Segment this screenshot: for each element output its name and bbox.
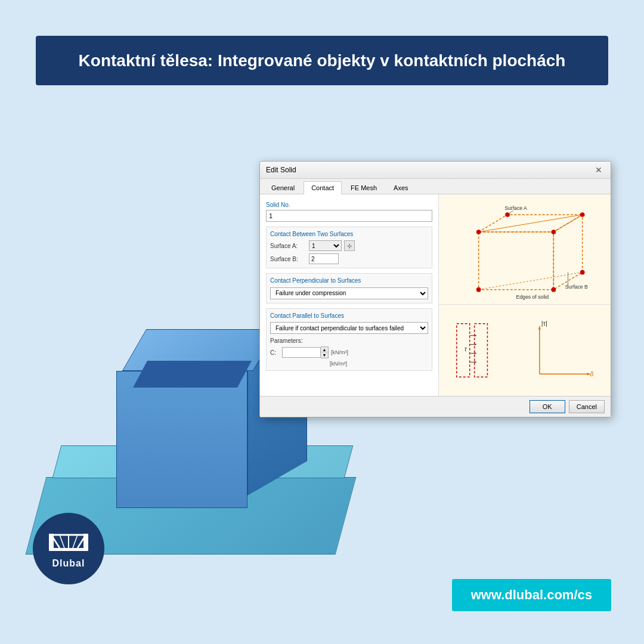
c-spin-up-1[interactable]: ▲ bbox=[321, 347, 328, 352]
close-button[interactable]: ✕ bbox=[593, 165, 605, 175]
cube-inner bbox=[133, 361, 252, 388]
cancel-button[interactable]: Cancel bbox=[569, 400, 605, 413]
tab-general[interactable]: General bbox=[264, 181, 302, 194]
dialog-title: Edit Solid bbox=[266, 166, 296, 174]
dialog-titlebar: Edit Solid ✕ bbox=[260, 162, 611, 179]
svg-point-7 bbox=[551, 230, 556, 234]
edit-solid-dialog: Edit Solid ✕ General Contact FE Mesh Axe… bbox=[259, 161, 611, 417]
svg-point-6 bbox=[476, 230, 481, 234]
contact-between-label: Contact Between Two Surfaces bbox=[270, 231, 428, 237]
dlubal-logo: Dlubal bbox=[33, 513, 104, 584]
diagram-lower-svg: τ δ |τ| bbox=[442, 308, 608, 393]
c-label: C: bbox=[270, 349, 282, 356]
contact-perp-select[interactable]: Failure under compression Full Failure u… bbox=[270, 287, 428, 299]
surface-b-input[interactable] bbox=[309, 253, 339, 264]
title-banner: Kontaktní tělesa: Integrované objekty v … bbox=[36, 36, 608, 85]
contact-between-section: Contact Between Two Surfaces Surface A: … bbox=[266, 227, 432, 268]
surface-b-row: Surface B: bbox=[270, 253, 428, 264]
svg-point-12 bbox=[580, 270, 585, 275]
website-url: www.dlubal.com/cs bbox=[471, 587, 592, 602]
diagram-lower: τ δ |τ| bbox=[439, 305, 611, 396]
svg-text:|τ|: |τ| bbox=[541, 320, 547, 327]
dialog-footer: OK Cancel bbox=[260, 396, 611, 417]
surface-b-label: Surface B: bbox=[270, 256, 309, 262]
website-banner[interactable]: www.dlubal.com/cs bbox=[452, 579, 611, 611]
svg-text:Surface A: Surface A bbox=[504, 205, 527, 211]
logo-text: Dlubal bbox=[52, 558, 85, 569]
svg-rect-36 bbox=[49, 548, 88, 551]
ok-button[interactable]: OK bbox=[530, 400, 565, 413]
contact-parallel-section: Contact Parallel to Surfaces Failure if … bbox=[266, 308, 432, 371]
dlubal-logo-icon bbox=[48, 529, 89, 556]
page-title: Kontaktní tělesa: Integrované objekty v … bbox=[54, 49, 590, 72]
dialog-body: Solid No. Contact Between Two Surfaces S… bbox=[260, 194, 611, 396]
surface-a-select[interactable]: 1 2 bbox=[309, 240, 342, 251]
params-label: Parameters: bbox=[270, 338, 428, 344]
c-row-2: [kN/m²] bbox=[270, 361, 428, 367]
svg-text:δ: δ bbox=[590, 370, 594, 377]
diagram-upper-svg: Surface A Surface B Edges of solid bbox=[442, 197, 608, 301]
c-unit-2: [kN/m²] bbox=[330, 361, 347, 367]
svg-text:Edges of solid: Edges of solid bbox=[516, 294, 549, 300]
c-right-2: [kN/m²] bbox=[282, 361, 347, 367]
contact-parallel-select[interactable]: Failure if contact perpendicular to surf… bbox=[270, 322, 428, 334]
svg-point-11 bbox=[580, 212, 585, 217]
svg-line-43 bbox=[60, 535, 64, 548]
solid-no-label: Solid No. bbox=[266, 202, 432, 208]
contact-perp-section: Contact Perpendicular to Surfaces Failur… bbox=[266, 273, 432, 304]
contact-perp-label: Contact Perpendicular to Surfaces bbox=[270, 277, 428, 284]
c-spin-arrows-1: ▲ ▼ bbox=[321, 346, 329, 358]
surface-a-label: Surface A: bbox=[270, 243, 309, 249]
c-unit-1: [kN/m³] bbox=[331, 349, 348, 355]
cube-front bbox=[116, 371, 247, 508]
parameters-section: Parameters: C: ▲ ▼ [kN/m³] bbox=[270, 338, 428, 367]
tab-contact[interactable]: Contact bbox=[304, 181, 342, 194]
c-row-1: C: ▲ ▼ [kN/m³] bbox=[270, 346, 428, 358]
svg-line-44 bbox=[73, 535, 78, 548]
dialog-right-panel: Surface A Surface B Edges of solid bbox=[439, 194, 611, 396]
tab-femesh[interactable]: FE Mesh bbox=[343, 181, 385, 194]
dialog-left-panel: Solid No. Contact Between Two Surfaces S… bbox=[260, 194, 439, 396]
contact-parallel-label: Contact Parallel to Surfaces bbox=[270, 312, 428, 319]
tab-axes[interactable]: Axes bbox=[386, 181, 416, 194]
c-spinbox-1: ▲ ▼ bbox=[282, 346, 329, 358]
solid-no-input[interactable] bbox=[266, 210, 432, 222]
svg-point-8 bbox=[551, 287, 556, 292]
c-input-1[interactable] bbox=[282, 347, 321, 358]
svg-text:Surface B: Surface B bbox=[565, 284, 588, 290]
diagram-upper: Surface A Surface B Edges of solid bbox=[439, 194, 611, 305]
dialog-tabs: General Contact FE Mesh Axes bbox=[260, 179, 611, 194]
svg-point-9 bbox=[476, 287, 481, 292]
c-spin-down-1[interactable]: ▼ bbox=[321, 352, 328, 358]
surface-a-pick-button[interactable]: ⊹ bbox=[344, 240, 355, 251]
surface-a-row: Surface A: 1 2 ⊹ bbox=[270, 240, 428, 251]
